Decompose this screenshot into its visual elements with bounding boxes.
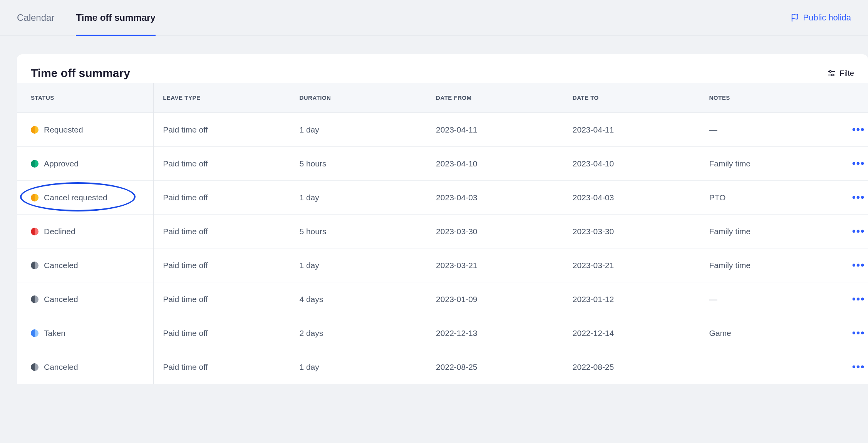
cell-status: Canceled (17, 350, 154, 384)
status-dot-icon (31, 295, 39, 303)
table-row: CanceledPaid time off1 day2022-08-252022… (17, 350, 868, 384)
cell-duration: 2 days (290, 316, 427, 350)
status-dot-icon (31, 126, 39, 134)
tab-time-off-summary[interactable]: Time off summary (76, 0, 155, 35)
cell-leave-type: Paid time off (154, 282, 290, 316)
table-row: Cancel requestedPaid time off1 day2023-0… (17, 181, 868, 215)
status-label: Canceled (44, 362, 78, 372)
cell-duration: 5 hours (290, 215, 427, 248)
cell-status: Declined (17, 215, 154, 248)
cell-actions: ••• (831, 181, 868, 215)
status-dot-icon (31, 194, 39, 201)
more-actions-icon[interactable]: ••• (852, 361, 865, 373)
cell-notes: Game (700, 316, 831, 350)
cell-date-to: 2023-04-11 (563, 113, 700, 147)
cell-date-from: 2023-03-21 (427, 248, 563, 282)
cell-date-from: 2023-04-03 (427, 181, 563, 215)
status-label: Requested (44, 125, 83, 134)
cell-notes: Family time (700, 248, 831, 282)
status-label: Canceled (44, 295, 78, 304)
cell-status: Taken (17, 316, 154, 350)
cell-date-to: 2022-12-14 (563, 316, 700, 350)
more-actions-icon[interactable]: ••• (852, 158, 865, 169)
svg-point-4 (832, 74, 834, 76)
cell-date-from: 2023-04-11 (427, 113, 563, 147)
card-header: Time off summary Filte (17, 54, 868, 83)
cell-date-to: 2023-04-10 (563, 147, 700, 181)
cell-leave-type: Paid time off (154, 316, 290, 350)
cell-status: Canceled (17, 282, 154, 316)
cell-leave-type: Paid time off (154, 181, 290, 215)
cell-leave-type: Paid time off (154, 215, 290, 248)
more-actions-icon[interactable]: ••• (852, 293, 865, 305)
cell-status: Canceled (17, 248, 154, 282)
cell-actions: ••• (831, 282, 868, 316)
top-nav: CalendarTime off summary Public holida (0, 0, 868, 36)
cell-date-to: 2023-03-21 (563, 248, 700, 282)
status-dot-icon (31, 262, 39, 269)
cell-date-from: 2023-04-10 (427, 147, 563, 181)
more-actions-icon[interactable]: ••• (852, 124, 865, 135)
more-actions-icon[interactable]: ••• (852, 225, 865, 237)
cell-notes: PTO (700, 181, 831, 215)
col-header-notes[interactable]: NOTES (700, 83, 831, 113)
status-label: Approved (44, 159, 79, 168)
cell-date-from: 2023-03-30 (427, 215, 563, 248)
status-dot-icon (31, 160, 39, 168)
cell-date-from: 2022-08-25 (427, 350, 563, 384)
cell-actions: ••• (831, 113, 868, 147)
public-holidays-label: Public holida (803, 13, 851, 23)
col-header-date-from[interactable]: DATE FROM (427, 83, 563, 113)
cell-actions: ••• (831, 147, 868, 181)
table-row: RequestedPaid time off1 day2023-04-11202… (17, 113, 868, 147)
cell-actions: ••• (831, 215, 868, 248)
cell-leave-type: Paid time off (154, 248, 290, 282)
table-row: TakenPaid time off2 days2022-12-132022-1… (17, 316, 868, 350)
status-label: Taken (44, 329, 65, 338)
col-header-status[interactable]: STATUS (17, 83, 154, 113)
tabs: CalendarTime off summary (17, 0, 156, 35)
cell-notes: — (700, 282, 831, 316)
cell-leave-type: Paid time off (154, 147, 290, 181)
cell-date-to: 2022-08-25 (563, 350, 700, 384)
cell-duration: 1 day (290, 113, 427, 147)
cell-notes (700, 350, 831, 384)
table-row: DeclinedPaid time off5 hours2023-03-3020… (17, 215, 868, 248)
more-actions-icon[interactable]: ••• (852, 259, 865, 271)
status-dot-icon (31, 363, 39, 371)
cell-date-from: 2023-01-09 (427, 282, 563, 316)
cell-actions: ••• (831, 350, 868, 384)
more-actions-icon[interactable]: ••• (852, 327, 865, 339)
tab-calendar[interactable]: Calendar (17, 0, 54, 35)
more-actions-icon[interactable]: ••• (852, 191, 865, 203)
cell-date-from: 2022-12-13 (427, 316, 563, 350)
cell-notes: Family time (700, 215, 831, 248)
col-header-leave-type[interactable]: LEAVE TYPE (154, 83, 290, 113)
cell-duration: 1 day (290, 248, 427, 282)
svg-point-2 (829, 70, 831, 72)
col-header-date-to[interactable]: DATE TO (563, 83, 700, 113)
filters-button[interactable]: Filte (827, 69, 854, 78)
filters-label: Filte (840, 69, 854, 78)
cell-date-to: 2023-04-03 (563, 181, 700, 215)
filters-icon (827, 69, 836, 77)
cell-duration: 1 day (290, 350, 427, 384)
table-row: ApprovedPaid time off5 hours2023-04-1020… (17, 147, 868, 181)
table-header-row: STATUS LEAVE TYPE DURATION DATE FROM DAT… (17, 83, 868, 113)
cell-actions: ••• (831, 316, 868, 350)
status-dot-icon (31, 228, 39, 235)
public-holidays-link[interactable]: Public holida (791, 0, 851, 35)
cell-date-to: 2023-03-30 (563, 215, 700, 248)
status-label: Canceled (44, 261, 78, 270)
cell-duration: 5 hours (290, 147, 427, 181)
summary-card: Time off summary Filte STATUS LEAVE TYPE… (17, 54, 868, 384)
col-header-duration[interactable]: DURATION (290, 83, 427, 113)
cell-actions: ••• (831, 248, 868, 282)
table-row: CanceledPaid time off1 day2023-03-212023… (17, 248, 868, 282)
card-title: Time off summary (31, 67, 130, 80)
status-label: Cancel requested (44, 193, 107, 202)
cell-date-to: 2023-01-12 (563, 282, 700, 316)
cell-status: Approved (17, 147, 154, 181)
cell-status: Cancel requested (17, 181, 154, 215)
table-row: CanceledPaid time off4 days2023-01-09202… (17, 282, 868, 316)
